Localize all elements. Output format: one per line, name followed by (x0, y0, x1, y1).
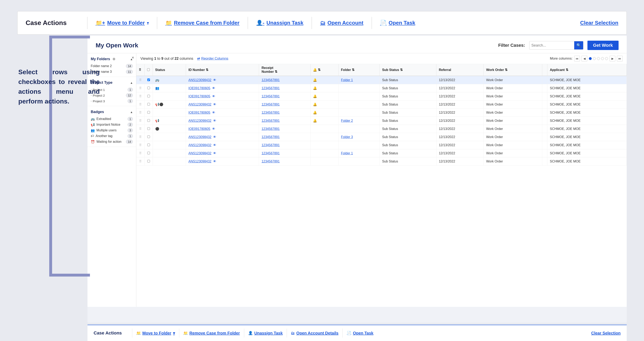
header-receipt[interactable]: ReceiptNumber ⇅ (259, 64, 310, 76)
eye-icon[interactable]: 👁 (212, 86, 215, 90)
col-dot-2[interactable] (593, 57, 596, 60)
receipt-link[interactable]: 1234567891 (262, 135, 280, 139)
row-checkbox-cell[interactable] (144, 117, 152, 125)
list-item[interactable]: ⏰ Waiting for action 14 (91, 139, 133, 145)
row-checkbox-cell[interactable] (144, 141, 152, 149)
bell-icon[interactable]: 🔔 (313, 78, 317, 82)
eye-icon[interactable]: 👁 (213, 119, 216, 122)
bottom-open-task-button[interactable]: 📄 Open Task (347, 331, 374, 336)
row-checkbox-cell[interactable] (144, 125, 152, 133)
list-item[interactable]: 📢 Important Notice 2 (91, 122, 133, 127)
list-item[interactable]: 🏷 Another tag 1 (91, 133, 133, 139)
row-drag-handle[interactable]: ⠿ (136, 76, 144, 84)
header-folder[interactable]: Folder ⇅ (338, 64, 380, 76)
sidebar-badges-chevron[interactable]: ▲ (130, 110, 133, 114)
receipt-link[interactable]: 1234567891 (262, 143, 280, 147)
row-drag-handle[interactable]: ⠿ (136, 141, 144, 149)
row-checkbox[interactable] (147, 127, 150, 130)
search-button[interactable]: 🔍 (574, 41, 583, 49)
folder-link[interactable]: Folder 1 (341, 151, 353, 155)
header-bell[interactable]: 🔔 ⇅ (310, 64, 338, 76)
row-checkbox[interactable] (147, 135, 150, 138)
receipt-link[interactable]: 1234567891 (262, 103, 280, 106)
list-item[interactable]: 👥 Multiple users 3 (91, 127, 133, 133)
case-id-link[interactable]: IOE091780605 (188, 86, 210, 90)
row-checkbox[interactable] (147, 144, 150, 146)
col-nav-last-button[interactable]: ⏭ (617, 56, 623, 61)
eye-icon[interactable]: 👁 (213, 160, 216, 163)
eye-icon[interactable]: 👁 (212, 127, 215, 131)
case-id-link[interactable]: ANS123098432 (188, 151, 212, 155)
case-id-link[interactable]: ANS123098432 (188, 78, 212, 82)
bottom-remove-case-button[interactable]: 📁 Remove Case from Folder (183, 331, 240, 336)
case-id-link[interactable]: IOE091780605 (188, 111, 210, 114)
top-open-account-button[interactable]: 🗂 Open Account (320, 20, 364, 26)
row-drag-handle[interactable]: ⠿ (136, 109, 144, 117)
top-remove-case-button[interactable]: 📁 Remove Case from Folder (166, 20, 240, 26)
row-checkbox[interactable] (147, 87, 150, 89)
sidebar-project-type-chevron[interactable]: ▲ (130, 81, 133, 84)
row-checkbox-cell[interactable] (144, 133, 152, 141)
row-checkbox[interactable] (147, 78, 150, 81)
settings-icon[interactable]: ⚙ (112, 57, 115, 61)
select-all-checkbox[interactable] (147, 68, 150, 71)
row-checkbox-cell[interactable] (144, 157, 152, 166)
row-checkbox-cell[interactable] (144, 109, 152, 117)
col-nav-prev-button[interactable]: ◀ (582, 56, 587, 61)
top-move-to-folder-button[interactable]: 📁+ Move to Folder ▾ (96, 20, 149, 26)
header-substatus[interactable]: Sub Status ⇅ (380, 64, 436, 76)
get-work-button[interactable]: Get Work (588, 41, 618, 50)
case-id-link[interactable]: IOE091780605 (188, 127, 210, 131)
bottom-unassign-task-button[interactable]: 👤 Unassign Task (248, 331, 283, 336)
receipt-link[interactable]: 1234567891 (262, 111, 280, 114)
eye-icon[interactable]: 👁 (213, 103, 216, 106)
row-drag-handle[interactable]: ⠿ (136, 149, 144, 157)
header-id[interactable]: ID Number ⇅ (186, 64, 259, 76)
row-checkbox-cell[interactable] (144, 76, 152, 84)
case-id-link[interactable]: IOE091780605 (188, 94, 210, 98)
search-input[interactable] (530, 41, 574, 49)
folder-link[interactable]: Folder 1 (341, 78, 353, 82)
case-id-link[interactable]: ANS123098432 (188, 119, 212, 122)
col-dot-5[interactable] (605, 57, 608, 60)
bell-icon[interactable]: 🔔 (313, 103, 317, 106)
col-dot-4[interactable] (601, 57, 604, 60)
bell-icon[interactable]: 🔔 (313, 119, 317, 122)
receipt-link[interactable]: 1234567891 (262, 160, 280, 163)
folder-link[interactable]: Folder 2 (341, 119, 353, 122)
eye-icon[interactable]: 👁 (212, 94, 215, 98)
eye-icon[interactable]: 👁 (213, 151, 216, 155)
row-drag-handle[interactable]: ⠿ (136, 157, 144, 166)
bell-icon[interactable]: 🔔 (313, 111, 317, 114)
eye-icon[interactable]: 👁 (213, 143, 216, 147)
folder-link[interactable]: Folder 3 (341, 135, 353, 139)
row-drag-handle[interactable]: ⠿ (136, 117, 144, 125)
receipt-link[interactable]: 1234567891 (262, 94, 280, 98)
eye-icon[interactable]: 👁 (213, 78, 216, 82)
row-checkbox-cell[interactable] (144, 149, 152, 157)
top-clear-selection-button[interactable]: Clear Selection (580, 20, 618, 26)
eye-icon[interactable]: 👁 (213, 135, 216, 139)
case-id-link[interactable]: ANS123098432 (188, 135, 212, 139)
row-checkbox-cell[interactable] (144, 84, 152, 92)
col-nav-next-button[interactable]: ▶ (610, 56, 615, 61)
col-nav-first-button[interactable]: ⏮ (574, 56, 580, 61)
header-applicant[interactable]: Applicant ⇅ (547, 64, 627, 76)
bottom-open-account-button[interactable]: 🗂 Open Account Details (291, 331, 338, 336)
row-checkbox[interactable] (147, 103, 150, 105)
header-workorder[interactable]: Work Order ⇅ (484, 64, 542, 76)
row-checkbox-cell[interactable] (144, 92, 152, 100)
list-item[interactable]: 🚌 Extradited 1 (91, 116, 133, 122)
header-checkbox[interactable] (144, 64, 152, 76)
row-drag-handle[interactable]: ⠿ (136, 133, 144, 141)
bell-icon[interactable]: 🔔 (313, 86, 317, 90)
eye-icon[interactable]: 👁 (212, 111, 215, 114)
row-checkbox-cell[interactable] (144, 100, 152, 109)
row-checkbox[interactable] (147, 160, 150, 162)
row-drag-handle[interactable]: ⠿ (136, 125, 144, 133)
sidebar-close-button[interactable]: × (132, 55, 134, 60)
case-id-link[interactable]: ANS123098432 (188, 143, 212, 147)
receipt-link[interactable]: 1234567891 (262, 78, 280, 82)
reorder-columns-link[interactable]: ⇄ Reorder Columns (197, 56, 228, 61)
row-checkbox[interactable] (147, 95, 150, 97)
